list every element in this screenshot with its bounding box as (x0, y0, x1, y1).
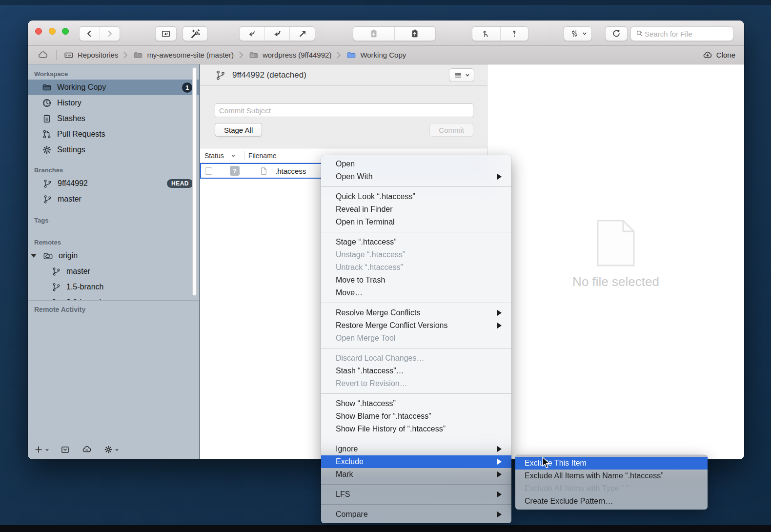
menu-item-quick-look[interactable]: Quick Look “.htaccess” (321, 190, 511, 203)
search-field[interactable] (630, 26, 733, 41)
magic-wand-icon (189, 28, 201, 40)
menu-item-move[interactable]: Move… (321, 286, 511, 299)
sidebar-branch-9ff44992[interactable]: 9ff44992 HEAD (28, 176, 199, 191)
pull-request-icon (41, 129, 52, 140)
menu-item-lfs[interactable]: LFS (321, 488, 511, 501)
submenu-item-exclude-all-with-type: Exclude All Items with Type “.” (515, 482, 708, 495)
sidebar-remote-branch-2-0[interactable]: 2.0-branch (28, 295, 199, 300)
disclosure-triangle-icon[interactable] (31, 254, 37, 258)
clone-cloud-icon (702, 49, 713, 61)
push-button[interactable] (289, 27, 315, 41)
breadcrumb-submodule[interactable]: wordpress (9ff44992) (248, 50, 331, 61)
clone-button[interactable]: Clone (702, 49, 735, 61)
menu-item-show[interactable]: Show “.htaccess” (321, 397, 511, 410)
sidebar-remote-branch-1-5[interactable]: 1.5-branch (28, 279, 199, 295)
repositories-icon (63, 50, 74, 61)
pane-options-button[interactable] (449, 68, 474, 82)
menu-separator (321, 303, 511, 303)
menu-item-resolve-merge-conflicts[interactable]: Resolve Merge Conflicts (321, 307, 511, 319)
inbox-button[interactable] (60, 445, 70, 455)
chevron-down-icon (115, 448, 119, 452)
cloud-account-button[interactable] (81, 444, 93, 455)
menu-item-reveal-in-finder[interactable]: Reveal in Finder (321, 203, 511, 216)
sidebar-item-stashes[interactable]: Stashes (28, 111, 199, 126)
merge-button[interactable] (472, 27, 500, 41)
stage-all-button[interactable]: Stage All (215, 123, 262, 137)
divider (56, 50, 57, 60)
commit-subject-input[interactable] (215, 103, 473, 117)
tags-section-label: Tags (28, 214, 199, 226)
add-button[interactable] (34, 445, 49, 454)
menu-item-exclude[interactable]: Exclude (321, 455, 511, 468)
submenu-item-create-exclude-pattern[interactable]: Create Exclude Pattern… (515, 495, 708, 508)
breadcrumb-repo[interactable]: my-awesome-site (master) (133, 50, 234, 61)
commit-button[interactable]: Commit (429, 123, 473, 137)
menu-item-restore-merge-conflict-versions[interactable]: Restore Merge Conflict Versions (321, 319, 511, 332)
fetch-button[interactable] (240, 27, 264, 41)
history-nav-group (79, 26, 120, 41)
pull-button[interactable] (264, 27, 290, 41)
sidebar-item-history[interactable]: History (28, 95, 199, 111)
fetch-icon (246, 28, 257, 39)
stash-pop-icon (409, 28, 420, 39)
submenu-arrow-icon (497, 446, 502, 452)
zoom-window-button[interactable] (62, 28, 69, 35)
sidebar-item-pull-requests[interactable]: Pull Requests (28, 126, 199, 142)
search-icon (635, 29, 645, 39)
sidebar-scrollbar[interactable] (192, 67, 197, 296)
working-copy-folder-icon (346, 50, 357, 61)
sidebar-remote-branch-master[interactable]: master (28, 264, 199, 279)
folder-icon (133, 50, 143, 61)
quick-actions-button[interactable] (183, 26, 208, 41)
menu-separator (321, 232, 511, 232)
menu-item-open-with[interactable]: Open With (321, 170, 511, 183)
sidebar-item-working-copy[interactable]: Working Copy 1 (28, 80, 199, 95)
menu-item-move-to-trash[interactable]: Move to Trash (321, 274, 511, 286)
actions-gear-button[interactable] (103, 445, 119, 454)
no-file-document-icon (597, 220, 635, 266)
menu-item-open-merge-tool: Open Merge Tool (321, 332, 511, 345)
sidebar-remote-origin[interactable]: origin (28, 248, 199, 264)
filename-column-header[interactable]: Filename (244, 152, 277, 160)
menu-item-open-in-terminal[interactable]: Open in Terminal (321, 216, 511, 228)
search-input[interactable] (645, 30, 729, 38)
menu-item-discard-local-changes: Discard Local Changes… (321, 352, 511, 365)
submenu-arrow-icon (497, 491, 502, 497)
menu-item-ignore[interactable]: Ignore (321, 443, 511, 455)
commit-icon (161, 28, 171, 39)
stage-checkbox[interactable] (205, 167, 212, 175)
sidebar: Workspace Working Copy 1 History Stashes… (28, 64, 200, 459)
menu-item-show-blame[interactable]: Show Blame for “.htaccess” (321, 410, 511, 423)
rebase-button[interactable] (500, 27, 528, 41)
sidebar-branch-master[interactable]: master (28, 191, 199, 207)
minimize-window-button[interactable] (49, 28, 56, 35)
folder-icon (41, 82, 52, 93)
status-column-header[interactable]: Status (200, 152, 244, 160)
menu-item-mark[interactable]: Mark (321, 468, 511, 481)
sidebar-item-settings[interactable]: Settings (28, 142, 199, 158)
breadcrumb-separator (238, 51, 244, 59)
refresh-icon (611, 28, 622, 39)
menu-item-show-file-history[interactable]: Show File History of “.htaccess” (321, 423, 511, 435)
apply-stash-button[interactable] (394, 27, 436, 41)
menu-item-compare[interactable]: Compare (321, 508, 511, 521)
close-window-button[interactable] (35, 28, 42, 35)
back-button[interactable] (80, 27, 100, 41)
commit-button-toolbar[interactable] (155, 26, 177, 41)
submenu-arrow-icon (497, 459, 502, 465)
cloud-icon (37, 49, 49, 61)
menu-item-stage[interactable]: Stage “.htaccess” (321, 236, 511, 248)
submenu-item-exclude-all-with-name[interactable]: Exclude All Items with Name “.htaccess” (515, 470, 708, 482)
context-menu: Open Open With Quick Look “.htaccess” Re… (321, 155, 511, 523)
breadcrumb-repositories[interactable]: Repositories (63, 50, 118, 61)
mouse-cursor (541, 457, 552, 470)
breadcrumb-working-copy[interactable]: Working Copy (346, 50, 406, 61)
menu-separator (321, 393, 511, 394)
menu-item-stash[interactable]: Stash “.htaccess”… (321, 365, 511, 377)
refresh-button[interactable] (605, 26, 628, 41)
forward-button[interactable] (100, 27, 120, 41)
remote-folder-icon (42, 250, 54, 262)
stash-button[interactable] (353, 27, 394, 41)
view-options-button[interactable] (564, 26, 592, 41)
menu-item-open[interactable]: Open (321, 158, 511, 170)
